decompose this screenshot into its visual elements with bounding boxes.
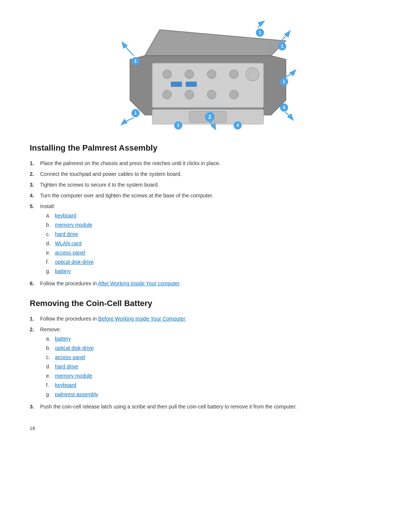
wlan-card-link[interactable]: WLAN card: [55, 240, 82, 247]
removing-step-number-2: 2.: [30, 326, 40, 334]
remove-letter-e: e.: [46, 372, 55, 380]
svg-text:1: 1: [134, 59, 137, 64]
installing-step-1: 1. Place the palmrest on the chassis and…: [30, 160, 371, 167]
step-5-label: Install:: [40, 203, 55, 209]
step-number-5: 5.: [30, 203, 40, 210]
removing-step-2-label: Remove:: [40, 326, 61, 332]
install-item-b: b. memory module: [40, 221, 371, 229]
remove-letter-f: f.: [46, 381, 55, 389]
removing-step-number-1: 1.: [30, 315, 40, 323]
battery-link-remove[interactable]: battery: [55, 335, 71, 343]
install-items-list: a. keyboard b. memory module c. hard dri…: [40, 212, 371, 275]
svg-text:4: 4: [283, 105, 286, 110]
installing-step-5: 5. Install: a. keyboard b. memory module: [30, 203, 371, 277]
installing-title: Installing the Palmrest Assembly: [30, 143, 371, 153]
remove-letter-d: d.: [46, 363, 55, 371]
remove-item-a: a. battery: [40, 335, 371, 343]
svg-point-7: [185, 90, 194, 99]
installing-step-2: 2. Connect the touchpad and power cables…: [30, 170, 371, 178]
step-number-3: 3.: [30, 181, 40, 189]
svg-rect-0: [152, 63, 264, 108]
memory-module-link[interactable]: memory module: [55, 221, 92, 229]
after-working-link[interactable]: After Working Inside Your computer: [98, 280, 179, 286]
remove-item-c: c. access panel: [40, 354, 371, 361]
installing-section: Installing the Palmrest Assembly 1. Plac…: [30, 143, 371, 288]
removing-step-3: 3. Push the coin-cell release latch usin…: [30, 403, 371, 411]
remove-letter-g: g.: [46, 391, 55, 398]
page-container: 2 1 1 1 1 1 4: [30, 15, 371, 431]
svg-rect-10: [171, 82, 182, 87]
removing-title: Removing the Coin-Cell Battery: [30, 299, 371, 308]
svg-text:1: 1: [134, 111, 137, 116]
step-number-6: 6.: [30, 280, 40, 288]
removing-steps-list: 1. Follow the procedures in Before Worki…: [30, 315, 371, 411]
svg-text:1: 1: [259, 30, 261, 35]
remove-letter-c: c.: [46, 354, 55, 361]
keyboard-remove-link[interactable]: keyboard: [55, 381, 76, 389]
install-item-a: a. keyboard: [40, 212, 371, 220]
keyboard-link[interactable]: keyboard: [55, 212, 76, 220]
optical-disk-drive-remove-link[interactable]: optical disk-drive: [55, 344, 94, 352]
svg-point-5: [246, 68, 259, 81]
removing-step-1-content: Follow the procedures in Before Working …: [40, 315, 371, 323]
removing-step-2-content: Remove: a. battery b. optical disk-drive…: [40, 326, 371, 400]
installing-steps-list: 1. Place the palmrest on the chassis and…: [30, 160, 371, 288]
step-6-prefix: Follow the procedures in: [40, 280, 98, 286]
step-text-2: Connect the touchpad and power cables to…: [40, 170, 371, 178]
before-working-link[interactable]: Before Working Inside Your Computer: [98, 316, 185, 322]
step-6-suffix: .: [179, 280, 181, 286]
removing-step-1-suffix: .: [185, 316, 186, 322]
access-panel-link[interactable]: access panel: [55, 249, 85, 257]
removing-step-number-3: 3.: [30, 403, 40, 411]
step-number-1: 1.: [30, 160, 40, 167]
remove-letter-b: b.: [46, 344, 55, 352]
palmrest-assembly-remove-link[interactable]: palmrest assembly: [55, 391, 98, 398]
item-letter-a: a.: [46, 212, 55, 220]
diagram-section: 2 1 1 1 1 1 4: [30, 15, 371, 130]
svg-point-2: [185, 70, 194, 79]
install-item-g: g. battery: [40, 267, 371, 275]
installing-step-3: 3. Tighten the screws to secure it to th…: [30, 181, 371, 189]
svg-point-6: [163, 90, 172, 99]
svg-point-9: [229, 90, 238, 99]
svg-point-3: [207, 70, 216, 79]
hard-drive-link[interactable]: hard drive: [55, 230, 78, 238]
remove-letter-a: a.: [46, 335, 55, 343]
item-letter-e: e.: [46, 249, 55, 257]
hard-drive-remove-link[interactable]: hard drive: [55, 363, 78, 371]
palmrest-diagram: 2 1 1 1 1 1 4: [104, 15, 297, 130]
svg-point-1: [163, 70, 172, 79]
item-letter-c: c.: [46, 230, 55, 238]
remove-item-g: g. palmrest assembly: [40, 391, 371, 398]
svg-rect-11: [186, 82, 197, 87]
page-number: 18: [30, 426, 371, 431]
item-letter-d: d.: [46, 240, 55, 247]
access-panel-remove-link[interactable]: access panel: [55, 354, 85, 361]
item-letter-f: f.: [46, 258, 55, 266]
install-item-c: c. hard drive: [40, 230, 371, 238]
step-6-content: Follow the procedures in After Working I…: [40, 280, 371, 288]
step-text-1: Place the palmrest on the chassis and pr…: [40, 160, 371, 167]
svg-point-8: [207, 90, 216, 99]
removing-step-2: 2. Remove: a. battery b. optical disk-dr…: [30, 326, 371, 400]
step-text-4: Turn the computer over and tighten the s…: [40, 192, 371, 200]
svg-text:1: 1: [283, 79, 286, 84]
memory-module-remove-link[interactable]: memory module: [55, 372, 92, 380]
remove-item-b: b. optical disk-drive: [40, 344, 371, 352]
installing-step-4: 4. Turn the computer over and tighten th…: [30, 192, 371, 200]
step-number-2: 2.: [30, 170, 40, 178]
step-text-3: Tighten the screws to secure it to the s…: [40, 181, 371, 189]
svg-text:4: 4: [237, 123, 239, 128]
svg-text:2: 2: [208, 114, 211, 120]
battery-link-install[interactable]: battery: [55, 267, 71, 275]
removing-step-1-prefix: Follow the procedures in: [40, 316, 98, 322]
installing-step-6: 6. Follow the procedures in After Workin…: [30, 280, 371, 288]
install-item-d: d. WLAN card: [40, 240, 371, 247]
step-number-4: 4.: [30, 192, 40, 200]
remove-item-d: d. hard drive: [40, 363, 371, 371]
optical-disk-drive-link[interactable]: optical disk-drive: [55, 258, 94, 266]
remove-items-list: a. battery b. optical disk-drive c. acce…: [40, 335, 371, 398]
svg-text:1: 1: [177, 123, 180, 128]
svg-text:1: 1: [281, 44, 284, 49]
remove-item-e: e. memory module: [40, 372, 371, 380]
